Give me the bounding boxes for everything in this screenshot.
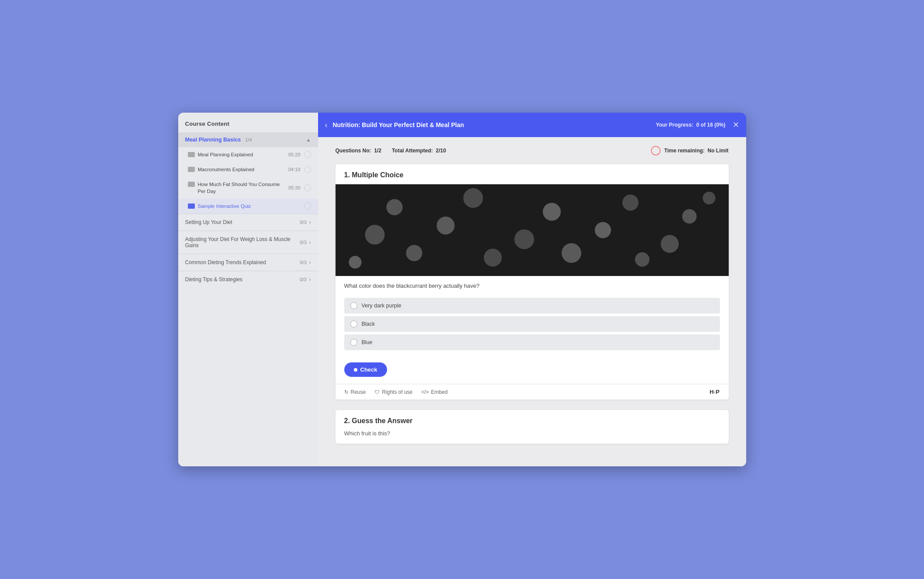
rights-icon: 🛡: [374, 389, 380, 395]
nav-section-title: Dieting Tips & Strategies: [185, 276, 242, 283]
check-btn-label: Check: [360, 366, 377, 373]
rights-link[interactable]: 🛡 Rights of use: [374, 389, 412, 395]
lesson-title: Meal Planning Explained: [198, 151, 253, 158]
video-icon: [188, 152, 195, 157]
progress-label: Your Progress:: [656, 122, 693, 128]
chevron-right-icon: ›: [309, 219, 311, 225]
questions-no-value: 1/2: [374, 148, 381, 154]
app-wrapper: Course Content Meal Planning Basics 1/4 …: [178, 113, 746, 466]
question-1-block: 1. Multiple Choice What color does the b…: [336, 164, 729, 400]
lesson-check: [304, 184, 311, 191]
questions-no-label: Questions No:: [336, 148, 371, 154]
lesson-item-macronutrients[interactable]: Macronutrients Explained 04:10: [178, 162, 318, 177]
question-footer-bar: ↻ Reuse 🛡 Rights of use </> Embed H·P: [336, 384, 729, 400]
progress-display: Your Progress: 0 of 16 (0%): [656, 122, 725, 128]
hp-label: H·P: [709, 389, 720, 395]
nav-section-dieting-tips[interactable]: Dieting Tips & Strategies 0/3 ›: [178, 271, 318, 288]
embed-icon: </>: [421, 389, 429, 395]
embed-link[interactable]: </> Embed: [421, 389, 447, 395]
time-remaining-label: Time remaining: No Limit: [664, 148, 728, 154]
back-button[interactable]: ‹: [325, 121, 328, 130]
progress-value: 0 of 16 (0%): [696, 122, 726, 128]
lesson-check: [304, 203, 311, 210]
question-2-block: 2. Guess the Answer Which fruit is this?: [336, 410, 729, 444]
section-title: Meal Planning Basics: [185, 137, 241, 143]
answer-text-2: Black: [362, 321, 375, 327]
total-attempted: Total Attempted: 2/10: [392, 148, 446, 154]
lesson-title: How Much Fat Should You Consume Per Day: [198, 181, 288, 195]
radio-button-2[interactable]: [350, 321, 357, 327]
nav-section-common-dieting[interactable]: Common Dieting Trends Explained 0/3 ›: [178, 254, 318, 271]
time-remaining: Time remaining: No Limit: [651, 146, 728, 155]
radio-button-1[interactable]: [350, 302, 357, 309]
question-2-header: 2. Guess the Answer: [344, 417, 720, 425]
question-1-image: [336, 184, 729, 276]
question-1-text: What color does the blackcurrant berry a…: [336, 276, 729, 295]
lesson-item-meal-planning-explained[interactable]: Meal Planning Explained 05:20: [178, 147, 318, 162]
lesson-title: Sample Interactive Quiz: [198, 203, 251, 210]
lesson-left: Meal Planning Explained: [188, 151, 288, 158]
lesson-right: 05:30: [288, 184, 311, 191]
question-1-header: 1. Multiple Choice: [336, 164, 729, 184]
time-remaining-label-text: Time remaining:: [664, 148, 704, 154]
nav-section-title: Common Dieting Trends Explained: [185, 259, 266, 265]
lesson-right: [304, 203, 311, 210]
total-attempted-label: Total Attempted:: [392, 148, 433, 154]
nav-count: 0/3: [300, 220, 306, 225]
nav-count: 0/3: [300, 260, 306, 265]
answer-option-1[interactable]: Very dark purple: [344, 298, 720, 314]
lesson-time: 05:30: [288, 185, 301, 190]
answer-text-3: Blue: [362, 339, 373, 345]
section-header-left: Meal Planning Basics 1/4: [185, 137, 252, 143]
nav-section-right: 0/3 ›: [300, 276, 311, 283]
chevron-up-icon: ▲: [306, 137, 311, 142]
lesson-title: Macronutrients Explained: [198, 166, 255, 173]
time-remaining-value: No Limit: [708, 148, 729, 154]
nav-section-right: 0/3 ›: [300, 219, 311, 225]
questions-no: Questions No: 1/2: [336, 148, 381, 154]
lesson-item-quiz[interactable]: Sample Interactive Quiz: [178, 199, 318, 214]
lesson-check: [304, 151, 311, 158]
answer-option-3[interactable]: Blue: [344, 334, 720, 350]
quiz-area: Questions No: 1/2 Total Attempted: 2/10 …: [318, 137, 746, 466]
lesson-item-fat[interactable]: How Much Fat Should You Consume Per Day …: [178, 177, 318, 199]
chevron-right-icon: ›: [309, 259, 311, 265]
nav-section-adjusting-diet[interactable]: Adjusting Your Diet For Weigh Loss & Mus…: [178, 231, 318, 254]
nav-count: 0/3: [300, 277, 306, 282]
lesson-left: Macronutrients Explained: [188, 166, 288, 173]
lesson-time: 05:20: [288, 152, 301, 157]
embed-label: Embed: [431, 389, 448, 395]
answer-text-1: Very dark purple: [362, 303, 401, 309]
nav-section-title: Setting Up Your Diet: [185, 219, 232, 225]
chevron-right-icon: ›: [309, 276, 311, 283]
nav-count: 0/3: [300, 240, 306, 245]
section-meal-planning-basics[interactable]: Meal Planning Basics 1/4 ▲: [178, 132, 318, 147]
video-icon: [188, 167, 195, 172]
close-button[interactable]: ✕: [733, 120, 739, 130]
check-button[interactable]: Check: [344, 362, 387, 377]
nav-section-setting-up-diet[interactable]: Setting Up Your Diet 0/3 ›: [178, 214, 318, 231]
chevron-right-icon: ›: [309, 239, 311, 245]
lesson-time: 04:10: [288, 167, 301, 172]
section-count: 1/4: [245, 137, 252, 142]
reuse-link[interactable]: ↻ Reuse: [344, 389, 366, 395]
lesson-check: [304, 166, 311, 173]
total-attempted-value: 2/10: [436, 148, 446, 154]
reuse-label: Reuse: [351, 389, 366, 395]
video-icon: [188, 182, 195, 187]
radio-button-3[interactable]: [350, 339, 357, 346]
quiz-meta: Questions No: 1/2 Total Attempted: 2/10 …: [336, 146, 729, 155]
timer-icon: [651, 146, 661, 155]
lesson-right: 05:20: [288, 151, 311, 158]
answer-option-2[interactable]: Black: [344, 316, 720, 332]
lesson-left: How Much Fat Should You Consume Per Day: [188, 181, 288, 195]
main-content: ‹ Nutrition: Build Your Perfect Diet & M…: [318, 113, 746, 466]
berries-image: [336, 184, 729, 276]
course-title: Nutrition: Build Your Perfect Diet & Mea…: [333, 121, 656, 128]
rights-label: Rights of use: [382, 389, 412, 395]
quiz-icon: [188, 203, 195, 209]
nav-section-title: Adjusting Your Diet For Weigh Loss & Mus…: [185, 236, 300, 248]
nav-section-right: 0/3 ›: [300, 239, 311, 245]
lesson-left: Sample Interactive Quiz: [188, 203, 304, 210]
reuse-icon: ↻: [344, 389, 349, 395]
